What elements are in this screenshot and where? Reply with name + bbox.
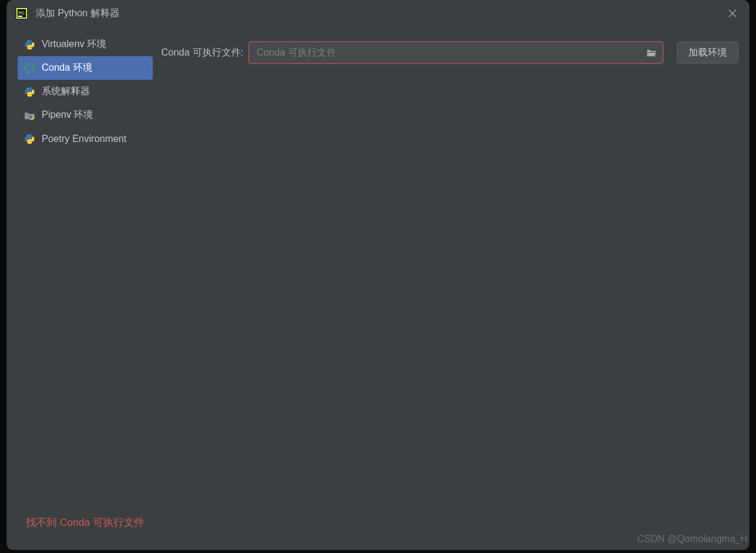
svg-point-14: [31, 141, 31, 142]
error-message: 找不到 Conda 可执行文件: [26, 516, 144, 529]
sidebar-item-poetry[interactable]: Poetry Environment: [18, 127, 153, 150]
python-icon: [24, 39, 36, 51]
folder-open-icon: [646, 48, 657, 57]
svg-point-10: [31, 94, 31, 95]
sidebar-item-pipenv[interactable]: Pipenv 环境: [18, 103, 153, 127]
load-env-button[interactable]: 加载环境: [677, 42, 738, 63]
sidebar-item-label: Virtualenv 环境: [42, 38, 106, 51]
svg-point-8: [25, 63, 34, 72]
pycharm-icon: PC: [15, 7, 28, 20]
svg-point-9: [27, 88, 28, 88]
conda-exe-row: Conda 可执行文件: 加载环境: [161, 41, 738, 64]
sidebar-item-label: Pipenv 环境: [42, 109, 93, 121]
titlebar: PC 添加 Python 解释器: [7, 0, 749, 27]
sidebar-item-conda[interactable]: Conda 环境: [18, 56, 153, 80]
sidebar-item-label: 系统解释器: [42, 85, 90, 98]
python-icon: [24, 133, 36, 145]
interpreter-type-sidebar: Virtualenv 环境 Conda 环境 系统解释器: [18, 33, 153, 550]
python-icon: [24, 86, 36, 98]
svg-text:PC: PC: [19, 11, 25, 15]
svg-point-6: [27, 40, 28, 41]
conda-icon: [24, 62, 36, 74]
svg-point-7: [31, 47, 31, 48]
folder-python-icon: [24, 109, 36, 121]
svg-point-13: [27, 135, 28, 135]
close-button[interactable]: [724, 5, 741, 22]
sidebar-item-system[interactable]: 系统解释器: [18, 80, 153, 103]
sidebar-item-label: Conda 环境: [42, 62, 92, 74]
conda-exe-label: Conda 可执行文件:: [161, 47, 243, 59]
sidebar-item-label: Poetry Environment: [42, 134, 127, 144]
dialog-body: Virtualenv 环境 Conda 环境 系统解释器: [7, 27, 749, 550]
conda-exe-input[interactable]: [257, 47, 641, 58]
svg-point-12: [30, 115, 33, 118]
conda-exe-input-wrap: [248, 41, 664, 64]
sidebar-item-virtualenv[interactable]: Virtualenv 环境: [18, 33, 153, 56]
load-env-button-label: 加载环境: [688, 47, 727, 59]
add-interpreter-dialog: PC 添加 Python 解释器 Virtualenv 环境: [7, 0, 749, 550]
browse-button[interactable]: [645, 47, 658, 59]
close-icon: [728, 8, 737, 18]
dialog-title: 添加 Python 解释器: [36, 7, 717, 20]
main-panel: Conda 可执行文件: 加载环境: [161, 33, 738, 550]
svg-rect-3: [18, 16, 22, 17]
